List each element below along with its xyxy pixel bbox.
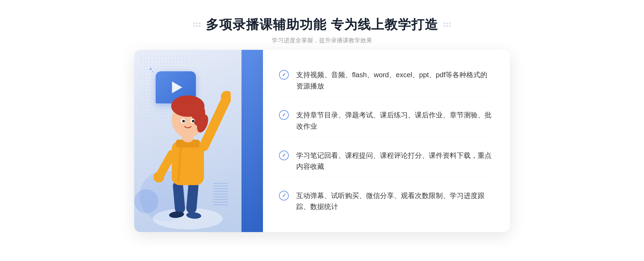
svg-point-22 (192, 120, 195, 122)
check-icon-1: ✓ (279, 70, 289, 80)
left-illustration: « (134, 50, 263, 232)
blue-sidebar-accent (241, 50, 263, 232)
feature-text-1: 支持视频、音频、flash、word、excel、ppt、pdf等各种格式的资源… (296, 69, 494, 92)
header-title-row: 多项录播课辅助功能 专为线上教学打造 (193, 16, 450, 33)
person-illustration (145, 77, 231, 232)
page-subtitle: 学习进度全掌握，提升录播课教学效果 (193, 36, 450, 44)
right-decorator-icon (444, 23, 451, 27)
check-icon-3: ✓ (279, 151, 289, 160)
svg-point-13 (153, 172, 164, 182)
page-container: 多项录播课辅助功能 专为线上教学打造 学习进度全掌握，提升录播课教学效果 (0, 0, 644, 261)
svg-point-21 (182, 120, 185, 122)
feature-item-3: ✓ 学习笔记回看、课程提问、课程评论打分、课件资料下载，重点内容收藏 (279, 145, 494, 178)
feature-item-1: ✓ 支持视频、音频、flash、word、excel、ppt、pdf等各种格式的… (279, 64, 494, 97)
feature-item-2: ✓ 支持章节目录、弹题考试、课后练习、课后作业、章节测验、批改作业 (279, 104, 494, 137)
check-icon-4: ✓ (279, 191, 289, 200)
left-decorator-icon (193, 23, 200, 27)
main-card: « ✓ 支持视频、音频、flash、word、excel、ppt、pdf等各种格… (134, 50, 510, 232)
check-icon-2: ✓ (279, 110, 289, 120)
svg-rect-4 (173, 181, 185, 214)
sparkle-top-left (150, 68, 153, 72)
feature-item-4: ✓ 互动弹幕、试听购买、微信分享、观看次数限制、学习进度跟踪、数据统计 (279, 185, 494, 218)
page-title: 多项录播课辅助功能 专为线上教学打造 (206, 16, 438, 33)
feature-text-4: 互动弹幕、试听购买、微信分享、观看次数限制、学习进度跟踪、数据统计 (296, 190, 494, 212)
feature-text-2: 支持章节目录、弹题考试、课后练习、课后作业、章节测验、批改作业 (296, 110, 494, 132)
feature-text-3: 学习笔记回看、课程提问、课程评论打分、课件资料下载，重点内容收藏 (296, 150, 494, 172)
right-features-panel: ✓ 支持视频、音频、flash、word、excel、ppt、pdf等各种格式的… (263, 50, 510, 232)
header-section: 多项录播课辅助功能 专为线上教学打造 学习进度全掌握，提升录播课教学效果 (193, 16, 450, 44)
